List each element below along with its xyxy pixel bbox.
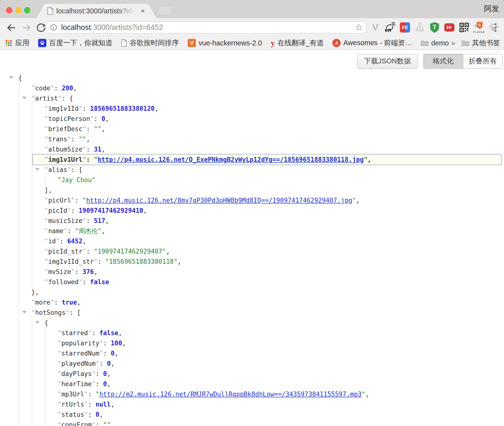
- json-token: :: [88, 391, 95, 398]
- json-token: ": [352, 197, 356, 204]
- json-line[interactable]: "musicSize": 517,: [0, 216, 504, 226]
- json-line[interactable]: "img1v1Id_str": "18569651883380118",: [0, 256, 504, 267]
- json-line[interactable]: "albumSize": 31,: [0, 144, 504, 154]
- json-line[interactable]: "dayPlays": 0,: [0, 369, 504, 379]
- json-url-link[interactable]: http://p4.music.126.net/8mv7qP30Pd3oHW8b…: [86, 197, 352, 204]
- json-line[interactable]: "rtUrls": null,: [0, 399, 504, 409]
- minimize-window-button[interactable]: [15, 7, 21, 13]
- tampermonkey-extension-icon[interactable]: T: [429, 21, 440, 34]
- json-url-link[interactable]: http://m2.music.126.net/RMJR7wDullRqppBk…: [99, 391, 361, 398]
- html5-player-extension-icon[interactable]: 5 PLAYER: [474, 21, 484, 34]
- close-window-button[interactable]: [6, 7, 12, 13]
- new-tab-button[interactable]: [156, 6, 173, 15]
- json-line[interactable]: "artist": {: [0, 93, 504, 103]
- json-line[interactable]: "briefDesc": "",: [0, 124, 504, 134]
- json-line[interactable]: "playedNum": 0,: [0, 358, 504, 369]
- json-token: ": [83, 125, 86, 133]
- json-token: ": [31, 309, 35, 316]
- json-token: ": [67, 166, 71, 173]
- json-line[interactable]: "starred": false,: [0, 328, 504, 338]
- collapse-toggle-icon[interactable]: [35, 168, 40, 171]
- tab-close-icon[interactable]: ×: [138, 4, 148, 18]
- json-line[interactable]: "img1v1Url": "http://p4.music.126.net/Q_…: [0, 154, 504, 165]
- json-url-link[interactable]: http://p4.music.126.net/Q_ExePNkmgB2yWyL…: [98, 156, 364, 163]
- back-button[interactable]: [6, 22, 17, 33]
- collapse-toggle-icon[interactable]: [35, 321, 40, 324]
- json-line[interactable]: "copyFrom": "",: [0, 420, 504, 426]
- collapse-toggle-icon[interactable]: [22, 97, 26, 99]
- json-line[interactable]: "more": true,: [0, 297, 504, 307]
- json-line[interactable]: },: [0, 287, 504, 297]
- page-icon: [47, 7, 53, 16]
- json-line[interactable]: "hearTime": 0,: [0, 379, 504, 389]
- json-token: ": [96, 360, 100, 367]
- bookmark-vue-hackernews[interactable]: V vue-hackernews-2.0: [188, 39, 262, 47]
- bookmark-awesomes[interactable]: A Awesomes - 前端资…: [332, 38, 412, 48]
- json-line[interactable]: "hotSongs": [: [0, 307, 504, 318]
- bookmark-google-sort[interactable]: 谷歌按时间排序: [121, 38, 179, 48]
- json-line[interactable]: "picUrl": "http://p4.music.126.net/8mv7q…: [0, 195, 504, 205]
- page-info-icon[interactable]: [50, 24, 57, 32]
- json-line[interactable]: "trans": "",: [0, 134, 504, 144]
- bookmarks-overflow-chevron[interactable]: »: [451, 39, 455, 47]
- translate-extension-icon[interactable]: 英 en: [385, 21, 395, 34]
- json-key: musicSize: [48, 217, 83, 224]
- bookmark-folder-demo[interactable]: demo: [421, 39, 449, 47]
- bookmark-baidu[interactable]: 百度一下，你就知道: [38, 38, 112, 48]
- zoom-window-button[interactable]: [24, 7, 30, 13]
- json-token: ,: [115, 350, 118, 357]
- json-line[interactable]: "status": 0,: [0, 409, 504, 420]
- json-close-bracket: },: [31, 289, 39, 296]
- json-token: ": [44, 105, 48, 112]
- json-line[interactable]: "Jay Chou": [0, 175, 504, 185]
- json-line[interactable]: "img1v1Id": 18569651883380120,: [0, 103, 504, 114]
- video-speed-extension-icon[interactable]: [444, 21, 455, 34]
- reload-button[interactable]: [35, 22, 47, 33]
- svg-text:5: 5: [479, 23, 481, 27]
- json-line[interactable]: "picId": 19097417462929410,: [0, 205, 504, 216]
- json-token: ,: [107, 380, 111, 388]
- json-line[interactable]: "popularity": 100,: [0, 338, 504, 348]
- json-token: ": [99, 340, 103, 347]
- json-line[interactable]: {: [0, 318, 504, 328]
- svg-text:T: T: [433, 24, 437, 30]
- fe-helper-extension-icon[interactable]: FE: [400, 21, 410, 34]
- json-token: ,: [73, 85, 77, 92]
- json-line[interactable]: "followed": false: [0, 277, 504, 287]
- profile-name[interactable]: 阿发: [484, 4, 499, 14]
- json-line[interactable]: ],: [0, 185, 504, 195]
- json-line[interactable]: "alias": [: [0, 165, 504, 175]
- json-line[interactable]: "code": 200,: [0, 83, 504, 93]
- browser-menu-button[interactable]: [494, 22, 497, 33]
- forward-button[interactable]: [21, 22, 32, 33]
- address-bar[interactable]: localhost:3000/artists?id=6452 ☆: [46, 21, 367, 34]
- json-line[interactable]: "id": 6452,: [0, 236, 504, 246]
- page-structure-extension-icon[interactable]: [414, 21, 425, 34]
- collapse-toggle-icon[interactable]: [9, 76, 13, 79]
- json-line[interactable]: "topicPerson": 0,: [0, 114, 504, 124]
- collapse-all-button[interactable]: 折叠所有: [463, 54, 503, 68]
- json-line[interactable]: "starredNum": 0,: [0, 348, 504, 358]
- view-mode-segment: 格式化 折叠所有: [423, 54, 503, 68]
- json-line[interactable]: {: [0, 73, 504, 83]
- json-value: false: [90, 278, 109, 286]
- vue-devtools-extension-icon[interactable]: V: [370, 21, 381, 34]
- format-button[interactable]: 格式化: [424, 54, 463, 68]
- json-line[interactable]: "mp3Url": "http://m2.music.126.net/RMJR7…: [0, 389, 504, 399]
- json-token: ,: [166, 248, 170, 255]
- bookmark-apps[interactable]: 应用: [5, 38, 29, 48]
- paw-extension-icon[interactable]: [488, 21, 499, 34]
- json-token: ": [58, 411, 61, 418]
- active-tab[interactable]: localhost:3000/artists?id=6452 ×: [36, 4, 157, 18]
- json-line[interactable]: "picId_str": "19097417462929407",: [0, 246, 504, 256]
- bookmark-youdao[interactable]: y 在线翻译_有道: [271, 38, 324, 48]
- json-line[interactable]: "mvSize": 376,: [0, 267, 504, 277]
- download-json-button[interactable]: 下载JSON数据: [357, 54, 418, 68]
- json-line[interactable]: "name": "周杰伦",: [0, 226, 504, 236]
- bookmark-star-icon[interactable]: ☆: [355, 22, 363, 33]
- other-bookmarks-folder[interactable]: 其他书签: [462, 38, 500, 48]
- json-value: "": [103, 421, 111, 426]
- collapse-toggle-icon[interactable]: [22, 311, 26, 314]
- json-token: ": [83, 197, 86, 204]
- qr-code-extension-icon[interactable]: [459, 21, 470, 34]
